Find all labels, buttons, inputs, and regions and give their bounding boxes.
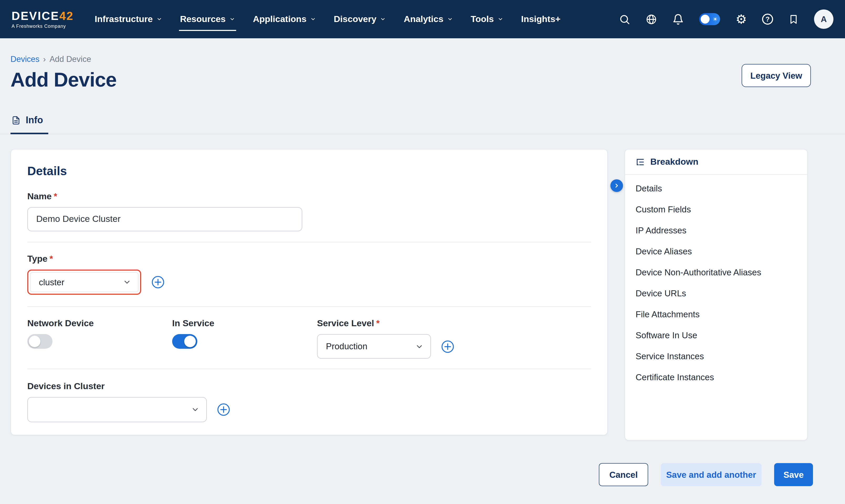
- network-device-label: Network Device: [27, 318, 172, 329]
- service-level-select[interactable]: Production: [317, 334, 431, 359]
- type-select[interactable]: cluster: [30, 272, 139, 292]
- page-title: Add Device: [11, 69, 117, 91]
- breakdown-item-device-aliases[interactable]: Device Aliases: [625, 241, 807, 262]
- nav-item-analytics[interactable]: Analytics: [404, 14, 453, 24]
- nav-item-discovery[interactable]: Discovery: [334, 14, 386, 24]
- user-avatar[interactable]: A: [814, 10, 833, 29]
- navbar-actions: ☀ ⚙ ? A: [619, 10, 833, 29]
- plus-circle-icon: [217, 403, 230, 416]
- collapse-breakdown-button[interactable]: [611, 179, 623, 192]
- nav-item-infrastructure[interactable]: Infrastructure: [95, 14, 162, 24]
- in-service-field: In Service: [172, 318, 317, 359]
- legacy-view-button[interactable]: Legacy View: [742, 64, 811, 87]
- breakdown-item-file-attachments[interactable]: File Attachments: [625, 304, 807, 325]
- help-icon: ?: [762, 14, 773, 25]
- theme-toggle[interactable]: ☀: [699, 13, 720, 25]
- add-type-button[interactable]: [151, 275, 165, 289]
- type-select-highlight: cluster: [27, 270, 141, 295]
- nav-item-resources[interactable]: Resources: [180, 14, 235, 24]
- search-button[interactable]: [619, 13, 631, 25]
- save-button[interactable]: Save: [774, 463, 813, 486]
- chevron-right-icon: [614, 182, 620, 189]
- network-device-field: Network Device: [27, 318, 172, 359]
- chevron-down-icon: [191, 406, 199, 414]
- chevron-down-icon: [310, 16, 316, 22]
- logo-text: DEVICE42: [12, 10, 74, 22]
- help-button[interactable]: ?: [762, 14, 773, 25]
- top-navbar: DEVICE42 A Freshworks Company Infrastruc…: [0, 0, 845, 38]
- details-card: Details Name* Type* cluster: [11, 149, 608, 435]
- gear-icon: ⚙: [736, 13, 747, 25]
- breadcrumb-devices-link[interactable]: Devices: [11, 55, 39, 64]
- nav-item-label: Resources: [180, 14, 226, 24]
- nav-item-label: Tools: [471, 14, 494, 24]
- breakdown-item-service-instances[interactable]: Service Instances: [625, 346, 807, 366]
- breadcrumb-current: Add Device: [50, 55, 91, 64]
- breadcrumb-separator: ›: [43, 55, 46, 64]
- devices-in-cluster-select[interactable]: [27, 397, 207, 422]
- in-service-label: In Service: [172, 318, 317, 329]
- breakdown-item-ip-addresses[interactable]: IP Addresses: [625, 220, 807, 241]
- nav-item-applications[interactable]: Applications: [253, 14, 316, 24]
- nav-item-label: Discovery: [334, 14, 376, 24]
- settings-button[interactable]: ⚙: [736, 13, 747, 25]
- breakdown-header: Breakdown: [625, 149, 807, 175]
- divider: [27, 369, 591, 369]
- device42-logo[interactable]: DEVICE42 A Freshworks Company: [12, 10, 74, 29]
- chevron-down-icon: [415, 342, 424, 350]
- language-button[interactable]: [646, 13, 657, 25]
- chevron-down-icon: [229, 16, 235, 22]
- type-label: Type*: [27, 254, 591, 264]
- chevron-down-icon: [156, 16, 162, 22]
- chevron-down-icon: [447, 16, 453, 22]
- required-marker: *: [50, 254, 53, 264]
- nav-item-tools[interactable]: Tools: [471, 14, 503, 24]
- breakdown-item-software-in-use[interactable]: Software In Use: [625, 325, 807, 346]
- add-service-level-button[interactable]: [441, 340, 455, 353]
- name-input[interactable]: [27, 207, 302, 231]
- network-device-toggle[interactable]: [27, 334, 52, 349]
- divider: [27, 242, 591, 242]
- breadcrumb: Devices›Add Device: [11, 55, 91, 64]
- main-nav: Infrastructure Resources Applications Di…: [95, 14, 561, 24]
- breakdown-item-certificate-instances[interactable]: Certificate Instances: [625, 366, 807, 388]
- notifications-button[interactable]: [673, 13, 684, 25]
- logo-part-2: E: [51, 9, 59, 22]
- add-device-to-cluster-button[interactable]: [217, 403, 230, 416]
- service-level-label: Service Level*: [317, 318, 591, 329]
- logo-part-3: 42: [59, 9, 74, 22]
- chevron-down-icon: [380, 16, 386, 22]
- nav-item-insights[interactable]: Insights+: [521, 14, 561, 24]
- details-section-title: Details: [27, 164, 591, 178]
- globe-icon: [646, 13, 657, 25]
- logo-subtitle: A Freshworks Company: [12, 23, 74, 29]
- nav-item-label: Infrastructure: [95, 14, 153, 24]
- tab-info[interactable]: Info: [11, 108, 48, 134]
- in-service-toggle[interactable]: [172, 334, 197, 349]
- cancel-button[interactable]: Cancel: [599, 463, 648, 486]
- toggle-knob: [29, 336, 40, 347]
- breakdown-item-device-non-authoritative-aliases[interactable]: Device Non-Authoritative Aliases: [625, 262, 807, 283]
- page-content: Devices›Add Device Add Device Legacy Vie…: [0, 38, 845, 504]
- type-select-value: cluster: [39, 277, 64, 287]
- plus-circle-icon: [151, 275, 165, 289]
- footer-actions: Cancel Save and add another Save: [599, 463, 813, 486]
- required-marker: *: [54, 192, 57, 201]
- breakdown-item-custom-fields[interactable]: Custom Fields: [625, 199, 807, 220]
- breakdown-panel: Breakdown Details Custom Fields IP Addre…: [624, 149, 808, 440]
- save-and-add-another-button[interactable]: Save and add another: [661, 463, 761, 486]
- chevron-down-icon: [123, 278, 131, 286]
- nav-item-label: Insights+: [521, 14, 561, 24]
- search-icon: [619, 13, 631, 25]
- plus-circle-icon: [441, 340, 455, 353]
- breakdown-item-device-urls[interactable]: Device URLs: [625, 283, 807, 304]
- breakdown-list-icon: [636, 157, 645, 166]
- bookmarks-button[interactable]: [788, 14, 799, 24]
- breakdown-title: Breakdown: [650, 157, 698, 167]
- add-device-page: DEVICE42 A Freshworks Company Infrastruc…: [0, 0, 845, 504]
- document-icon: [12, 116, 20, 125]
- service-level-field: Service Level* Production: [317, 318, 591, 359]
- devices-in-cluster-label: Devices in Cluster: [27, 381, 591, 392]
- avatar-letter: A: [821, 14, 827, 24]
- breakdown-item-details[interactable]: Details: [625, 178, 807, 199]
